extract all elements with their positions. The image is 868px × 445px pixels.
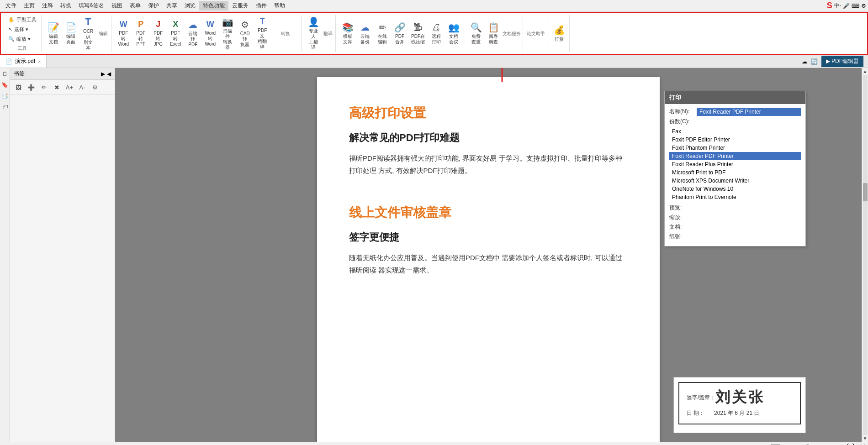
reward-btn[interactable]: 💰 打赏 <box>551 23 567 43</box>
stamp-row-name: 签字/盖章： 刘关张 <box>687 387 793 408</box>
tab-close-btn[interactable]: × <box>38 59 41 64</box>
printer-onenote[interactable]: OneNote for Windows 10 <box>669 185 801 193</box>
doc-viewer[interactable]: 高级打印设置 解决常见的PDF打印难题 福昕PDF阅读器拥有强大的打印功能, 界… <box>115 68 862 442</box>
expand-view-btn[interactable]: ⛶ <box>847 443 854 445</box>
template-group: 📚 模板文库 ☁ 云端备份 ✏ 在线编辑 🔗 PDF合并 🗜 PDF在线压缩 🖨 <box>338 15 464 52</box>
edit-doc-btn[interactable]: 📝 编辑文档 <box>45 21 62 46</box>
sidebar-font-decrease-btn[interactable]: A- <box>77 82 88 93</box>
sogou-settings[interactable]: ⚙ <box>861 3 866 9</box>
convert-group: W PDF转Word P PDF转PPT J PDF转JPG X PDF转Exc… <box>113 15 302 52</box>
cloud-backup-btn[interactable]: ☁ 云端备份 <box>357 21 373 46</box>
cad-convert-btn[interactable]: ⚙ CAD转换器 <box>237 18 253 49</box>
expert-translate-label: 专业人工翻译 <box>307 28 319 50</box>
remote-print-btn[interactable]: 🖨 远程打印 <box>428 21 445 46</box>
pdf-to-jpg-btn[interactable]: J PDF转JPG <box>150 18 166 48</box>
sidebar-collapse-btn[interactable]: ◀ <box>107 71 111 77</box>
scroll-up-btn[interactable]: ▲ <box>863 69 868 74</box>
edit-doc-label: 编辑文档 <box>49 34 58 45</box>
scroll-down-btn[interactable]: ▼ <box>863 436 868 441</box>
ocr-btn[interactable]: T OCR识别文本 <box>80 15 96 52</box>
sogou-area: S 中· 🎤 ⌨ ⚙ <box>827 1 866 10</box>
menu-item-plugin[interactable]: 插件 <box>252 1 270 10</box>
cloud-backup-label: 云端备份 <box>360 34 370 45</box>
edit-doc-wrap: 📝 编辑文档 <box>45 21 62 46</box>
sidebar-edit-bookmark-btn[interactable]: ✏ <box>38 82 49 93</box>
pdf-merge-btn[interactable]: 🔗 PDF合并 <box>392 21 408 46</box>
sidebar-tags-icon[interactable]: 🏷 <box>1 103 9 111</box>
printer-foxit-phantom[interactable]: Foxit Phantom Printer <box>669 144 801 152</box>
pdf-to-excel-btn[interactable]: X PDF转Excel <box>167 18 184 48</box>
pdf-to-ppt-btn[interactable]: P PDF转PPT <box>132 18 149 48</box>
printer-foxit-plus[interactable]: Foxit Reader Plus Printer <box>669 160 801 168</box>
sidebar-delete-bookmark-btn[interactable]: ✖ <box>51 82 62 93</box>
edit-group: 📝 编辑文档 📄 编辑页面 T OCR识别文本 编辑 <box>43 15 111 52</box>
print-dialog-content: 名称(N): Foxit Reader PDF Printer 份数(C): F… <box>665 104 805 246</box>
cloud-to-pdf-btn[interactable]: ☁ 云端转PDF <box>185 18 201 49</box>
sogou-mic[interactable]: 🎤 <box>843 3 850 9</box>
pdf-compress-btn[interactable]: 🗜 PDF在线压缩 <box>409 21 427 46</box>
menu-item-annotate[interactable]: 注释 <box>38 1 57 10</box>
word-to-word-btn[interactable]: W Word转Word <box>202 18 218 48</box>
menu-item-browse[interactable]: 浏览 <box>181 1 199 10</box>
cloud-backup-icon: ☁ <box>360 22 370 33</box>
sidebar-font-increase-btn[interactable]: A+ <box>64 82 75 93</box>
online-edit-btn[interactable]: ✏ 在线编辑 <box>374 21 391 46</box>
select-tool-btn[interactable]: ↖ 选择 ▾ <box>6 25 38 34</box>
printer-foxit-editor[interactable]: Foxit PDF Editor Printer <box>669 136 801 144</box>
reading-check-btn[interactable]: 📋 阅卷调查 <box>485 21 502 46</box>
word-to-word-label: Word转Word <box>204 31 216 47</box>
menu-item-form[interactable]: 表单 <box>126 1 144 10</box>
sidebar-img-btn[interactable]: 🖼 <box>13 82 24 93</box>
sidebar-bookmark-icon[interactable]: 🔖 <box>1 81 9 89</box>
free-check-btn[interactable]: 🔍 免费查重 <box>468 21 484 46</box>
printer-fax[interactable]: Fax <box>669 127 801 136</box>
doc-tab-label: 演示.pdf <box>15 58 35 65</box>
hand-tool-label: 手型工具 <box>16 16 37 23</box>
doc-tab[interactable]: 📄 演示.pdf × <box>0 55 47 68</box>
menu-item-help[interactable]: 帮助 <box>270 1 289 10</box>
printer-foxit-reader[interactable]: Foxit Reader PDF Printer <box>669 152 801 160</box>
bottom-bar: − + 80% ⛶ ╱╱ <box>0 442 868 445</box>
menu-item-cloud[interactable]: 云服务 <box>228 1 252 10</box>
right-scrollbar[interactable]: ▲ ▼ <box>862 68 868 442</box>
expert-translate-btn[interactable]: 👤 专业人工翻译 <box>305 15 322 52</box>
paper-group: 论文助手 <box>525 15 547 52</box>
scan-convert-btn[interactable]: 📷 扫描件转换器 <box>219 15 236 52</box>
sidebar-add-bookmark-btn[interactable]: ➕ <box>26 82 37 93</box>
printer-ms-xps[interactable]: Microsoft XPS Document Writer <box>669 177 801 185</box>
sidebar-layers-icon[interactable]: 📑 <box>1 92 9 100</box>
sidebar-settings-btn[interactable]: ⚙ <box>90 82 101 93</box>
cad-convert-label: CAD转换器 <box>239 31 251 47</box>
menu-item-protect[interactable]: 保护 <box>144 1 163 10</box>
pdf-editor-btn[interactable]: ▶ PDF编辑器 <box>821 56 863 67</box>
menu-item-share[interactable]: 共享 <box>163 1 181 10</box>
cloud-to-pdf-label: 云端转PDF <box>187 31 199 47</box>
pdf-to-jpg-icon: J <box>156 20 160 30</box>
zoom-btn[interactable]: 🔍 缩放 ▾ <box>6 35 38 43</box>
pdf-to-word-btn[interactable]: W PDF转Word <box>115 18 132 48</box>
zoom-label: 缩放 ▾ <box>16 36 31 42</box>
sidebar-page-icon[interactable]: 🗒 <box>1 70 9 78</box>
hand-tool-btn[interactable]: ✋ 手型工具 <box>6 16 38 24</box>
sidebar-expand-btn[interactable]: ▶ <box>101 71 105 77</box>
top-right-controls: ☁ 🔄 ▶ PDF编辑器 <box>797 56 868 67</box>
remote-print-label: 远程打印 <box>432 34 441 45</box>
stamp-name-value: 刘关张 <box>715 387 765 408</box>
pdf-translate-btn[interactable]: T PDF文档翻译 <box>254 16 270 51</box>
sogou-keyboard[interactable]: ⌨ <box>852 3 859 9</box>
menu-item-view[interactable]: 视图 <box>108 1 126 10</box>
menu-item-convert[interactable]: 转换 <box>57 1 75 10</box>
ribbon-toolbar: ✋ 手型工具 ↖ 选择 ▾ 🔍 缩放 ▾ 工具 📝 编辑文档 <box>0 12 868 55</box>
printer-ms-pdf[interactable]: Microsoft Print to PDF <box>669 168 801 177</box>
menu-item-file[interactable]: 文件 <box>2 1 20 10</box>
scrollbar-thumb[interactable] <box>863 183 868 201</box>
menu-item-sign[interactable]: 填写&签名 <box>75 1 108 10</box>
printer-phantom-evernote[interactable]: Phantom Print to Evernote <box>669 193 801 201</box>
edit-page-btn[interactable]: 📄 编辑页面 <box>63 21 79 46</box>
menu-item-special[interactable]: 特色功能 <box>199 1 228 10</box>
stamp-label-date: 日 期： <box>687 409 714 417</box>
template-btn[interactable]: 📚 模板文库 <box>339 21 356 46</box>
doc-meeting-btn[interactable]: 👥 文档会议 <box>445 21 462 46</box>
sidebar-content <box>10 95 115 442</box>
menu-item-home[interactable]: 主页 <box>20 1 38 10</box>
